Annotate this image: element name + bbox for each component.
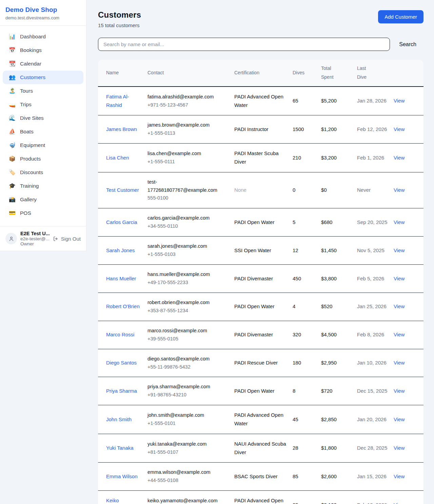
- search-button[interactable]: Search: [399, 41, 416, 48]
- contact-cell: john.smith@example.com +1-555-0101: [147, 405, 234, 434]
- customer-email: emma.wilson@example.com: [147, 468, 224, 477]
- sidebar-item-label: Tours: [20, 88, 33, 94]
- sidebar-item-trips[interactable]: 🚤 Trips: [3, 98, 83, 111]
- sidebar-item-customers[interactable]: 👥 Customers: [3, 71, 83, 84]
- dives-count: 450: [293, 276, 301, 281]
- customer-name-link[interactable]: Sarah Jones: [106, 247, 135, 253]
- main-content: Customers 15 total customers Add Custome…: [86, 0, 434, 504]
- view-customer-link[interactable]: View: [394, 416, 405, 422]
- customer-name-link[interactable]: Emma Wilson: [106, 473, 138, 479]
- table-row: Sarah Jones sarah.jones@example.com +1-5…: [98, 237, 423, 265]
- dives-count: 65: [293, 98, 298, 104]
- sidebar-item-label: Equipment: [20, 142, 45, 148]
- sidebar-spacer: [0, 223, 86, 226]
- total-spent: $2,950: [321, 360, 337, 366]
- sidebar-item-boats[interactable]: ⛵ Boats: [3, 125, 83, 138]
- sidebar-item-tours[interactable]: 🏝️ Tours: [3, 84, 83, 98]
- customer-name-link[interactable]: Marco Rossi: [106, 332, 134, 337]
- last-dive-date: Feb 1, 2026: [357, 155, 384, 161]
- view-customer-link[interactable]: View: [394, 388, 405, 394]
- user-role: Owner: [20, 241, 50, 246]
- certification: PADI Open Water: [234, 303, 274, 309]
- view-customer-link[interactable]: View: [394, 360, 405, 366]
- sidebar-item-label: POS: [20, 210, 31, 216]
- customer-name-link[interactable]: Fatima Al-Rashid: [106, 94, 129, 108]
- view-customer-link[interactable]: View: [394, 332, 405, 337]
- customer-name-link[interactable]: Test Customer: [106, 187, 139, 193]
- view-customer-link[interactable]: View: [394, 502, 405, 504]
- certification: PADI Advanced Open Water: [234, 412, 283, 426]
- total-spent: $1,450: [321, 247, 337, 253]
- tours-icon: 🏝️: [9, 88, 16, 94]
- page-title-block: Customers 15 total customers: [98, 10, 141, 28]
- sidebar-item-dashboard[interactable]: 📊 Dashboard: [3, 30, 83, 43]
- trips-icon: 🚤: [9, 102, 16, 107]
- customer-name-link[interactable]: Robert O'Brien: [106, 303, 140, 309]
- sidebar-item-products[interactable]: 📦 Products: [3, 152, 83, 166]
- sidebar-item-calendar[interactable]: 📆 Calendar: [3, 57, 83, 71]
- view-customer-link[interactable]: View: [394, 247, 405, 253]
- customer-name-link[interactable]: Keiko Yamamoto: [106, 498, 130, 504]
- calendar-icon: 📆: [9, 61, 16, 67]
- customer-count: 15 total customers: [98, 22, 141, 28]
- contact-cell: test-1772681807767@example.com 555-0100: [147, 172, 234, 208]
- customer-name-link[interactable]: Priya Sharma: [106, 388, 137, 394]
- sidebar-item-pos[interactable]: 💳 POS: [3, 206, 83, 220]
- person-icon: [8, 236, 14, 242]
- customer-email: diego.santos@example.com: [147, 355, 224, 363]
- sidebar-item-discounts[interactable]: 🏷️ Discounts: [3, 166, 83, 179]
- sidebar-item-label: Calendar: [20, 61, 41, 67]
- view-customer-link[interactable]: View: [394, 445, 405, 451]
- user-email: e2e-tester@...: [20, 236, 50, 241]
- customer-name-link[interactable]: Hans Mueller: [106, 276, 136, 281]
- dives-count: 95: [293, 502, 298, 504]
- view-customer-link[interactable]: View: [394, 187, 405, 193]
- customer-name-link[interactable]: John Smith: [106, 416, 132, 422]
- total-spent: $5,200: [321, 98, 337, 104]
- add-customer-button[interactable]: Add Customer: [378, 10, 423, 23]
- table-row: Lisa Chen lisa.chen@example.com +1-555-0…: [98, 144, 423, 172]
- customer-email: keiko.yamamoto@example.com: [147, 497, 224, 504]
- view-customer-link[interactable]: View: [394, 219, 405, 225]
- customer-name-link[interactable]: Lisa Chen: [106, 155, 129, 161]
- contact-cell: priya.sharma@example.com +91-98765-43210: [147, 377, 234, 405]
- certification: PADI Open Water: [234, 388, 274, 394]
- customer-name-link[interactable]: Carlos Garcia: [106, 219, 137, 225]
- certification: PADI Advanced Open Water: [234, 94, 283, 108]
- table-row: Fatima Al-Rashid fatima.alrashid@example…: [98, 87, 423, 115]
- contact-cell: diego.santos@example.com +55-11-99876-54…: [147, 349, 234, 377]
- view-customer-link[interactable]: View: [394, 98, 405, 104]
- sidebar-item-training[interactable]: 🎓 Training: [3, 179, 83, 193]
- table-row: Marco Rossi marco.rossi@example.com +39-…: [98, 321, 423, 349]
- view-customer-link[interactable]: View: [394, 276, 405, 281]
- last-dive-date: Dec 15, 2025: [357, 388, 387, 394]
- customer-email: john.smith@example.com: [147, 411, 224, 419]
- sidebar-item-equipment[interactable]: 🤿 Equipment: [3, 138, 83, 152]
- view-customer-link[interactable]: View: [394, 126, 405, 132]
- sidebar-item-bookings[interactable]: 📅 Bookings: [3, 43, 83, 57]
- view-customer-link[interactable]: View: [394, 473, 405, 479]
- view-customer-link[interactable]: View: [394, 303, 405, 309]
- last-dive-date: Feb 10, 2026: [357, 502, 387, 504]
- customers-table-body: Fatima Al-Rashid fatima.alrashid@example…: [98, 87, 423, 504]
- search-input[interactable]: [98, 38, 390, 51]
- total-spent: $1,800: [321, 445, 337, 451]
- sidebar-nav: 📊 Dashboard 📅 Bookings 📆 Calendar 👥 Cust…: [0, 26, 86, 223]
- table-row: Keiko Yamamoto keiko.yamamoto@example.co…: [98, 491, 423, 504]
- equipment-icon: 🤿: [9, 143, 16, 148]
- last-dive-date: Jan 10, 2026: [357, 360, 387, 366]
- certification: PADI Rescue Diver: [234, 360, 278, 366]
- sidebar-item-label: Trips: [20, 101, 32, 108]
- customer-phone: +1-555-0103: [147, 250, 224, 259]
- sidebar-item-gallery[interactable]: 📸 Gallery: [3, 193, 83, 206]
- view-customer-link[interactable]: View: [394, 155, 405, 161]
- sign-out-button[interactable]: Sign Out: [53, 236, 81, 242]
- sidebar-item-label: Products: [20, 156, 41, 162]
- last-dive-date: Dec 28, 2025: [357, 445, 387, 451]
- sidebar-item-dive-sites[interactable]: 🌊 Dive Sites: [3, 111, 83, 125]
- customer-name-link[interactable]: James Brown: [106, 126, 137, 132]
- customer-name-link[interactable]: Yuki Tanaka: [106, 445, 134, 451]
- column-header-name: Name: [98, 60, 147, 87]
- sidebar-item-label: Dive Sites: [20, 115, 44, 121]
- customer-name-link[interactable]: Diego Santos: [106, 360, 137, 366]
